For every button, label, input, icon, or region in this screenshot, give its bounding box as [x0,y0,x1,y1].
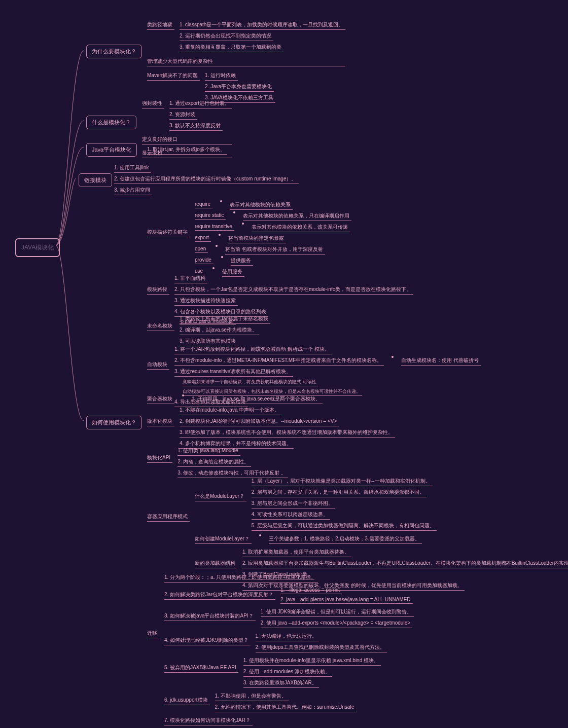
leaf: 2. 使用 --add-modules 添加模块依赖。 [243,667,332,677]
leaf: 3. 层与层之间会形成一个非循环图。 [252,499,335,508]
branch-what: 什么是模块化？ [86,116,136,129]
leaf: 2. 编译期，以java.se作为根模块。 [180,325,259,335]
node-classloader-structure: 新的类加载器结构 [195,559,237,568]
keyword-desc: 将当前模块的指定包暴露 [228,234,286,243]
leaf: 1. 不影响使用，但是会有警告。 [215,691,289,701]
root-node: JAVA模块化 [15,238,60,257]
leaf: 1. classpath是一个平面列表，加载类的时候顺序读取，一旦找到及返回。 [180,20,345,30]
leaf: 2. Java平台本身也需要模块化 [205,82,274,92]
leaf: 自动生成模块名：使用 代替破折号 [401,356,481,366]
dot-icon [221,256,223,258]
leaf: 2. 使用jdeps工具查找已删除或封装的类型及其替代方法。 [256,643,387,652]
leaf: 3. 即使添加了版本，模块系统也不会使用。模块系统不想通过增加版本带来额外的维护… [180,428,395,438]
node-classpath-hell: 类路径地狱 [147,20,174,30]
keyword-desc: 表示对其他模块的依赖关系，只在编译期启作用 [243,211,351,221]
leaf: 4. 可读性关系可以跨越层级边界。 [252,510,330,520]
leaf: 2. 不包含module-info，通过META-INF/MANIFEST.MF… [174,356,384,366]
dot-icon [392,356,394,358]
node-module-api: 模块化API [147,453,172,463]
leaf: 2. 内省，查询给定模块的属性。 [178,457,251,467]
leaf: 1. 使用 JDK9编译会报错，但是却可以运行，运行期间会收到警告。 [261,607,414,617]
node-container-pattern: 容器应用程序模式 [147,512,190,522]
dot-icon [220,200,222,202]
keyword: require static [195,211,226,220]
leaf: 2. 层与层之间，存在父子关系，是一种引用关系。跟继承和双亲委派都不同。 [252,488,427,497]
dot-icon [233,211,235,213]
node-versioned: 版本化模块 [147,417,174,426]
keyword: require [195,200,212,208]
keyword-desc: 将当前 包或者模块对外开放，用于深度反射 [225,245,325,254]
node-migration: 迁移 [147,629,159,638]
leaf: 2. 允许的情况下，使用其他工具替代。例如：sun.misc.Unsafe [215,703,357,712]
leaf: 1. 开箱即用，java.se 和 java.se.ee就是两个聚合器模块。 [192,394,323,404]
leaf: 3. 在类路径里添加JAXB的JAR。 [243,678,319,688]
leaf: 2. 应用类加载器和平台类加载器派生与BuiltinClassLoader，不再… [242,559,568,568]
node-modulelayer-what: 什么是ModuleLayer？ [195,492,246,501]
leaf: 2. 资源封装 [169,110,197,120]
keyword-desc: 提供服务 [231,256,253,266]
dot-icon [259,534,261,536]
node-mig4: 4. 如何处理已经被JDK9删除的类型？ [164,636,251,645]
dot-icon [182,394,184,396]
branch-why: 为什么要模块化？ [86,45,142,58]
node-mig2: 2. 如何解决类路径Jar包对平台模块的深度反射？ [164,590,275,600]
leaf: 1. 将一个JAR包放到模块化路径，则该包会被自动 解析成一个 模块。 [174,345,332,354]
leaf: 1. 使用工具jlink [114,163,151,173]
leaf: 3. 默认不支持深度反射 [169,121,223,131]
leaf: 5. 层级与层级之间，可以通过类加载器做到隔离。解决不同模块，有相同包问题。 [252,521,437,531]
node-module-path: 模块路径 [147,285,169,295]
leaf: 1. 使用类 java.lang.Moudle [178,446,240,456]
leaf: 1. 无法编译，也无法运行。 [256,632,319,641]
leaf: 2. 运行期仍然会出现找不到指定类的情况 [180,31,273,41]
leaf: 1. 非平面结构 [174,274,207,283]
branch-link: 链接模块 [79,173,112,187]
branch-platform: Java平台模块化 [86,143,137,157]
leaf: 2. java --add-plems java.base/java.lang … [280,596,413,604]
node-mig6: 6. jdk.usupport模块 [164,696,210,705]
node-mig5: 5. 被弃用的JAXB和Java EE API [164,663,238,673]
node-encapsulation: 强封装性 [142,99,164,108]
leaf: 3. 重复的类相互覆盖，只取第一个加载到的类 [180,43,283,52]
node-maven-limits: Maven解决不了的问题 [147,71,200,81]
leaf: 1. 分为两个阶段：；a. 只使用类路径；b. 使用类路径+模块化路径。 [164,573,318,583]
node-auto-module: 自动模块 [147,360,169,370]
leaf: 7. 模块化路径如何访问非模块化JAR？ [164,716,253,725]
leaf: 三个关键参数：1. 模块路径；2.启动模块；3.需要委派的父加载器。 [269,534,422,544]
node-mig3: 3. 如何解决被java平台模块封装的API？ [164,611,256,621]
leaf: 1. 不能在module-info.java 中声明一个版本。 [180,406,281,415]
keyword-desc: 表示对其他模块的依赖关系 [230,200,293,210]
leaf: 2. 使用 java --add-exports <module>/<packa… [261,618,412,628]
leaf: 管理减少大型代码库的复杂性 [147,57,345,66]
leaf: 1. 取消扩展类加载器，使用平台类加载器替换。 [242,548,351,557]
node-aggregator: 聚合器模块 [147,394,174,404]
leaf: 3. 通过模块描述符快速搜索 [174,296,238,306]
leaf: 3. 通过requires transitive请求所有其他已解析模块。 [174,367,293,377]
branch-how: 如何使用模块化？ [86,416,142,429]
leaf: 3. 减少占用空间 [114,186,152,195]
leaf: 定义良好的接口 [142,135,232,144]
sub-leaf: 意味着如果请求一个自动模块，将免费获取其他模块的隐式 可读性 [183,378,318,386]
keyword: require transitive [195,223,234,231]
leaf: 1. 类路径上所有的Jar都属于未命名模块 [180,314,270,324]
node-modulelayer-create: 如何创建ModuleLayer？ [195,534,252,544]
leaf: 1. 取消rt.jar, 并拆分成jo多个模块。 [147,145,227,155]
dot-icon [216,245,218,247]
keyword: open [195,245,208,253]
node-descriptor-keywords: 模块描述符关键字 [147,228,190,237]
leaf: 1. 使用模块并在module-info里显示依赖 java.xml.bind … [243,656,381,666]
leaf: 1. --illegal-access = permit [280,586,342,594]
dot-icon [212,267,215,269]
leaf: 2. 创建模块化JAR的时候可以附加版本信息。--moudule-version… [180,417,339,426]
leaf: 2. 创建仅包含运行应用程序所需的模块的运行时镜像（custom runtime… [114,174,299,184]
keyword: provide [195,256,214,264]
leaf: 2. 只包含模块，一个Jar包是否定义成模块不取决于是否存在module-inf… [174,285,413,295]
keyword: export [195,234,211,242]
leaf: 1. 通过export进行包封装。 [169,99,232,108]
dot-icon [242,223,244,225]
leaf: 1. 层（Layer），层对于模块就像是类加载器对类一样--一种加载和实例化机制… [252,477,433,486]
node-unnamed-module: 未命名模块 [147,321,174,331]
leaf: 1. 运行时依赖 [205,71,238,81]
dot-icon [219,234,221,236]
keyword-desc: 表示对其他模块的依赖关系，该关系可传递 [252,223,350,232]
